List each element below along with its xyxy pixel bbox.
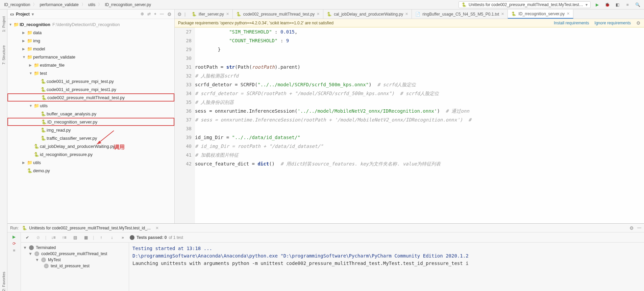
status-icon: − bbox=[44, 264, 49, 268]
tree-item-label: code001_id_pressure_mpi_test1.py bbox=[47, 87, 116, 92]
tree-item-label: utils bbox=[33, 160, 41, 165]
close-icon[interactable]: ✕ bbox=[501, 12, 504, 16]
close-icon[interactable]: ✕ bbox=[226, 12, 229, 16]
close-icon[interactable]: ✕ bbox=[155, 226, 159, 230]
search-icon[interactable]: 🔍 bbox=[634, 1, 641, 8]
project-root[interactable]: ▼ 📁 ID_recognition F:\IdentityDetection\… bbox=[7, 20, 174, 28]
project-tree[interactable]: ▼ 📁 ID_recognition F:\IdentityDetection\… bbox=[7, 19, 174, 176]
editor-tab[interactable]: 🐍cal_jobDelay_and_producerWaiting.py✕ bbox=[323, 9, 412, 19]
collapse-button[interactable]: ▦ bbox=[82, 234, 90, 241]
expand-button[interactable]: ▤ bbox=[71, 234, 79, 241]
tree-file[interactable]: 🐍demo.py bbox=[7, 166, 174, 175]
test-tree[interactable]: ▼ Terminated ▼−code002_pressure_mulitThr… bbox=[21, 243, 129, 291]
tree-folder[interactable]: ▶📁model bbox=[7, 45, 174, 53]
tree-folder[interactable]: ▶📁img bbox=[7, 37, 174, 45]
editor-tabs: 🐍ifier_server.py✕🐍code002_pressure_mulit… bbox=[188, 9, 644, 19]
folder-icon: 📁 bbox=[34, 63, 40, 68]
project-panel-title[interactable]: ▭ Project ▾ bbox=[10, 12, 141, 17]
project-view-icon: ▭ bbox=[10, 12, 14, 17]
tree-folder[interactable]: ▶📁data bbox=[7, 28, 174, 37]
tree-file[interactable]: 🐍code002_pressure_mulitThread_test.py bbox=[7, 93, 174, 102]
tree-file[interactable]: 🐍buffer_usage_analysis.py bbox=[7, 110, 174, 118]
test-node[interactable]: ▼−MyTest bbox=[23, 257, 127, 263]
project-tool-tab[interactable]: 1: Project bbox=[2, 16, 6, 32]
python-icon: 🐍 bbox=[22, 226, 27, 230]
tree-file[interactable]: 🐍img_read.py bbox=[7, 126, 174, 134]
test-node[interactable]: −test_id_pressure_test bbox=[23, 263, 127, 269]
test-root[interactable]: ▼ Terminated bbox=[23, 245, 127, 251]
breadcrumb-item[interactable]: ID_rrecognition_server.py bbox=[103, 2, 152, 8]
python-icon: 🐍 bbox=[41, 79, 47, 84]
rerun-button[interactable]: ▶ bbox=[13, 234, 16, 239]
tree-file[interactable]: 🐍cal_jobDelay_and_producerWaiting.py bbox=[7, 142, 174, 150]
expand-icon[interactable]: ⇄ bbox=[147, 12, 151, 17]
stop-button[interactable]: ■ bbox=[13, 248, 15, 253]
structure-tool-tab[interactable]: 7: Structure bbox=[2, 45, 6, 65]
sort2-button[interactable]: ↑≡ bbox=[60, 234, 68, 241]
run-button[interactable]: ▶ bbox=[593, 1, 601, 8]
stop-button[interactable]: ■ bbox=[624, 1, 631, 8]
close-icon[interactable]: ✕ bbox=[317, 12, 320, 16]
breadcrumb-item[interactable]: ID_recognition bbox=[3, 2, 31, 8]
hide-icon[interactable]: — bbox=[637, 225, 641, 231]
next-button[interactable]: ↓ bbox=[108, 234, 116, 241]
select-opened-icon[interactable]: ⌖ bbox=[154, 12, 156, 17]
console-output[interactable]: Testing started at 13:18 ...D:\programmi… bbox=[129, 243, 644, 291]
run-tab-name[interactable]: Unittests for code002_pressure_mulitThre… bbox=[29, 226, 151, 230]
more-button[interactable]: » bbox=[119, 234, 126, 241]
collapse-icon[interactable]: ⊕ bbox=[141, 12, 144, 17]
gear-icon[interactable]: ⚙ bbox=[636, 20, 641, 26]
close-icon[interactable]: ✕ bbox=[405, 12, 408, 16]
sort-button[interactable]: ↓≡ bbox=[50, 234, 57, 241]
tree-item-label: demo.py bbox=[33, 168, 50, 173]
python-icon: 🐍 bbox=[41, 95, 47, 100]
toggle-auto-test[interactable]: ⟳ bbox=[13, 241, 16, 246]
hide-icon[interactable]: — bbox=[160, 12, 164, 17]
tree-item-label: traffic_classifier_server.py bbox=[47, 136, 97, 141]
tree-folder[interactable]: ▼📁test bbox=[7, 69, 174, 77]
python-icon: 🐍 bbox=[511, 12, 516, 16]
tree-item-label: ID_rrecognition_server.py bbox=[47, 119, 97, 125]
breadcrumb-item[interactable]: utils bbox=[87, 2, 97, 8]
tree-folder[interactable]: ▼📁utils bbox=[7, 102, 174, 110]
debug-button[interactable]: 🐞 bbox=[603, 1, 611, 8]
install-requirements-link[interactable]: Install requirements bbox=[554, 21, 589, 25]
editor-tab[interactable]: 🐍code002_pressure_mulitThread_test.py✕ bbox=[233, 9, 323, 19]
folder-icon: 📁 bbox=[34, 103, 40, 108]
folder-icon: 📁 bbox=[27, 30, 33, 35]
run-config-name: Unittests for code002_pressure_mulitThre… bbox=[469, 2, 584, 7]
code-content[interactable]: "SIM_THRESHOLD" : 0.015, "COUNT_THRESHOL… bbox=[195, 27, 644, 223]
tab-label: ifier_server.py bbox=[199, 12, 224, 17]
tree-file[interactable]: 🐍id_recognition_pressure.py bbox=[7, 150, 174, 158]
code-editor[interactable]: 27282930313233343536373839404142 "SIM_TH… bbox=[175, 27, 644, 223]
tree-folder[interactable]: ▼📁performance_validate bbox=[7, 53, 174, 61]
breadcrumb: ID_recognition〉 performance_validate〉 ut… bbox=[3, 2, 459, 8]
console-line: D:\programmingSoftware\Anaconda\Anaconda… bbox=[132, 252, 641, 260]
tree-item-label: test bbox=[40, 71, 47, 76]
test-node[interactable]: ▼−code002_pressure_mulitThread_test bbox=[23, 251, 127, 257]
breadcrumb-item[interactable]: performance_validate bbox=[38, 2, 80, 8]
favorites-tool-tab[interactable]: 2: Favorites bbox=[2, 272, 6, 291]
tree-folder[interactable]: ▶📁utils bbox=[7, 158, 174, 166]
tree-folder[interactable]: ▶📁estimate_file bbox=[7, 61, 174, 69]
status-icon: − bbox=[34, 251, 39, 256]
close-icon[interactable]: ✕ bbox=[567, 12, 570, 16]
tree-file[interactable]: 🐍traffic_classifier_server.py bbox=[7, 134, 174, 142]
gear-icon[interactable]: ⚙ bbox=[629, 225, 634, 231]
banner-message: Package requirements 'opencv python==4.2… bbox=[178, 21, 333, 25]
prev-button[interactable]: ↑ bbox=[97, 234, 105, 241]
ignore-requirements-link[interactable]: Ignore requirements bbox=[595, 21, 631, 25]
tree-file[interactable]: 🐍code001_id_pressure_mpi_test1.py bbox=[7, 85, 174, 93]
run-config-dropdown[interactable]: 🐍 Unittests for code002_pressure_mulitTh… bbox=[459, 1, 591, 8]
run-with-coverage-button[interactable]: ◧ bbox=[614, 1, 621, 8]
tree-file[interactable]: 🐍ID_rrecognition_server.py bbox=[7, 118, 174, 126]
show-passed-button[interactable]: ✔ bbox=[24, 234, 31, 241]
editor-tab[interactable]: 🐍ID_rrecognition_server.py✕ bbox=[508, 9, 573, 19]
tree-item-label: img bbox=[33, 38, 40, 43]
editor-tab[interactable]: 🐍ifier_server.py✕ bbox=[188, 9, 233, 19]
show-ignored-button[interactable]: ⊘ bbox=[34, 234, 42, 241]
tree-file[interactable]: 🐍code001_id_pressure_mpi_test.py bbox=[7, 77, 174, 85]
gear-icon[interactable]: ⚙ bbox=[167, 12, 172, 17]
gear-icon[interactable]: ⚙ bbox=[177, 12, 182, 17]
editor-tab[interactable]: 📄ringBuffer_usage_C5_N4_S5_M5_P0.1.txt✕ bbox=[412, 9, 508, 19]
